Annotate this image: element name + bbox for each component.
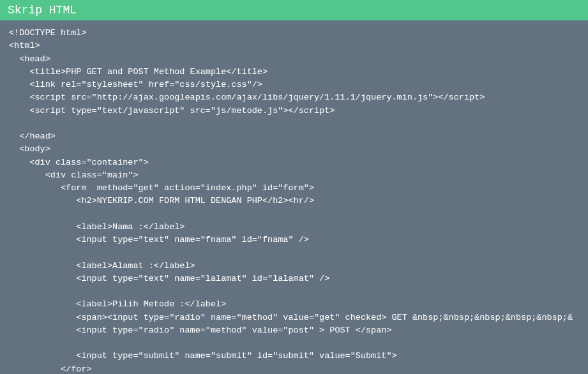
code-text: <!DOCTYPE html> <html> <head> <title>PHP…	[9, 28, 573, 374]
code-content: <!DOCTYPE html> <html> <head> <title>PHP…	[0, 20, 588, 374]
header-title-text: Skrip HTML	[8, 4, 77, 17]
code-block-title: Skrip HTML	[0, 0, 588, 20]
